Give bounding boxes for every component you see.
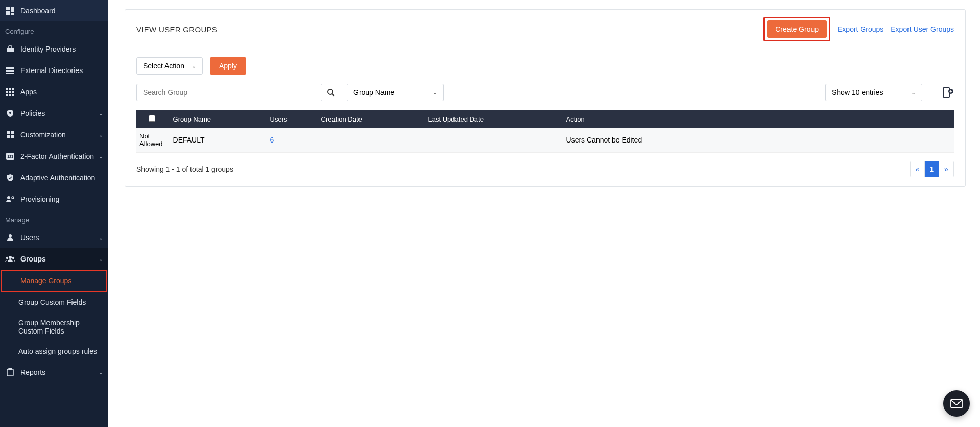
- show-entries-dropdown[interactable]: Show 10 entries ⌄: [825, 84, 922, 101]
- highlight-create-group: Create Group: [763, 17, 830, 41]
- filters-row: Group Name ⌄ Show 10 entries ⌄: [136, 84, 954, 101]
- cell-action: Users Cannot be Edited: [561, 128, 954, 153]
- dashboard-icon: [5, 6, 15, 16]
- panel-body: Select Action ⌄ Apply Group Name ⌄: [125, 49, 965, 186]
- provisioning-icon: [5, 194, 15, 204]
- sidebar-item-provisioning[interactable]: Provisioning: [0, 188, 108, 210]
- select-all-checkbox[interactable]: [149, 115, 155, 122]
- sidebar-item-label: Users: [20, 233, 39, 242]
- search-input[interactable]: [136, 84, 322, 101]
- svg-rect-12: [6, 91, 8, 93]
- groups-submenu: Manage Groups Group Custom Fields Group …: [0, 270, 108, 362]
- sidebar: Dashboard Configure Identity Providers E…: [0, 0, 108, 427]
- sidebar-item-apps[interactable]: Apps: [0, 81, 108, 103]
- sidebar-item-dashboard[interactable]: Dashboard: [0, 0, 108, 21]
- grid-icon: [5, 87, 15, 97]
- search-icon[interactable]: [322, 88, 340, 97]
- shield-icon: [5, 108, 15, 118]
- verified-icon: [5, 173, 15, 183]
- sidebar-item-label: External Directories: [20, 66, 83, 75]
- svg-point-26: [12, 197, 14, 199]
- sidebar-item-users[interactable]: Users ⌄: [0, 227, 108, 248]
- sidebar-item-groups[interactable]: Groups ⌄: [0, 248, 108, 270]
- svg-point-27: [9, 234, 12, 238]
- sidebar-item-identity-providers[interactable]: Identity Providers: [0, 38, 108, 60]
- svg-point-25: [7, 196, 10, 199]
- svg-rect-13: [9, 91, 11, 93]
- sidebar-item-adaptive-auth[interactable]: Adaptive Authentication: [0, 167, 108, 188]
- export-user-groups-link[interactable]: Export User Groups: [891, 25, 954, 33]
- sidebar-item-external-directories[interactable]: External Directories: [0, 60, 108, 81]
- panel-actions: Create Group Export Groups Export User G…: [763, 17, 954, 41]
- svg-rect-8: [6, 73, 14, 74]
- add-column-icon[interactable]: [942, 86, 954, 99]
- chevron-down-icon: ⌄: [433, 89, 437, 96]
- svg-rect-32: [9, 368, 12, 370]
- svg-rect-3: [11, 13, 14, 15]
- sidebar-item-label: Groups: [20, 255, 46, 263]
- chevron-down-icon: ⌄: [192, 63, 196, 69]
- show-entries-label: Show 10 entries: [832, 88, 883, 97]
- clipboard-icon: [5, 367, 15, 377]
- sidebar-item-label: Adaptive Authentication: [20, 174, 95, 182]
- mail-icon: [950, 399, 963, 408]
- sidebar-item-policies[interactable]: Policies ⌄: [0, 103, 108, 124]
- page-1[interactable]: 1: [925, 161, 939, 177]
- svg-rect-35: [943, 88, 949, 97]
- col-last-updated: Last Updated Date: [423, 110, 561, 128]
- svg-point-28: [9, 256, 12, 259]
- export-groups-link[interactable]: Export Groups: [838, 25, 883, 33]
- sidebar-sub-custom-fields[interactable]: Group Custom Fields: [0, 292, 108, 313]
- svg-line-34: [332, 94, 334, 96]
- filter-by-dropdown[interactable]: Group Name ⌄: [347, 84, 444, 101]
- col-group-name: Group Name: [168, 110, 265, 128]
- pagination: « 1 »: [910, 161, 954, 177]
- apply-button[interactable]: Apply: [210, 57, 246, 75]
- select-action-dropdown[interactable]: Select Action ⌄: [136, 57, 203, 75]
- col-users: Users: [265, 110, 316, 128]
- sidebar-item-label: Apps: [20, 88, 37, 96]
- svg-rect-0: [6, 7, 10, 10]
- chevron-down-icon: ⌄: [99, 110, 103, 117]
- svg-point-33: [328, 89, 333, 94]
- svg-rect-21: [7, 135, 10, 138]
- list-icon: [5, 65, 15, 76]
- page-prev[interactable]: «: [911, 161, 925, 177]
- sidebar-item-customization[interactable]: Customization ⌄: [0, 124, 108, 146]
- table-header-row: Group Name Users Creation Date Last Upda…: [136, 110, 954, 128]
- svg-rect-22: [11, 135, 14, 138]
- sidebar-item-label: Provisioning: [20, 195, 59, 203]
- select-action-label: Select Action: [143, 62, 184, 70]
- svg-rect-20: [11, 131, 14, 134]
- chat-bubble-button[interactable]: [943, 390, 970, 417]
- briefcase-icon: [5, 44, 15, 54]
- col-action: Action: [561, 110, 954, 128]
- svg-rect-31: [7, 369, 13, 376]
- svg-point-29: [6, 257, 8, 259]
- sidebar-sub-auto-assign[interactable]: Auto assign groups rules: [0, 341, 108, 362]
- svg-rect-1: [11, 7, 14, 12]
- numbers-icon: 123: [5, 151, 15, 161]
- svg-rect-2: [6, 11, 10, 15]
- sidebar-item-label: Reports: [20, 368, 45, 376]
- cell-creation-date: [316, 128, 423, 153]
- chevron-down-icon: ⌄: [911, 89, 916, 96]
- cell-users-link[interactable]: 6: [265, 128, 316, 153]
- svg-rect-11: [12, 88, 14, 90]
- sidebar-item-2fa[interactable]: 123 2-Factor Authentication ⌄: [0, 146, 108, 167]
- sidebar-item-reports[interactable]: Reports ⌄: [0, 362, 108, 383]
- create-group-button[interactable]: Create Group: [767, 20, 827, 38]
- svg-text:123: 123: [7, 155, 13, 158]
- sidebar-sub-manage-groups[interactable]: Manage Groups: [1, 270, 107, 292]
- chevron-down-icon: ⌄: [99, 234, 103, 241]
- sidebar-item-label: Identity Providers: [20, 45, 76, 53]
- sidebar-item-label: Policies: [20, 109, 45, 117]
- filter-by-label: Group Name: [353, 88, 394, 97]
- sidebar-sub-membership-fields[interactable]: Group Membership Custom Fields: [0, 313, 108, 341]
- chevron-down-icon: ⌄: [99, 256, 103, 263]
- user-icon: [5, 232, 15, 243]
- page-next[interactable]: »: [939, 161, 953, 177]
- svg-rect-5: [9, 46, 12, 48]
- sidebar-item-label: Dashboard: [20, 7, 56, 15]
- chevron-down-icon: ⌄: [99, 153, 103, 160]
